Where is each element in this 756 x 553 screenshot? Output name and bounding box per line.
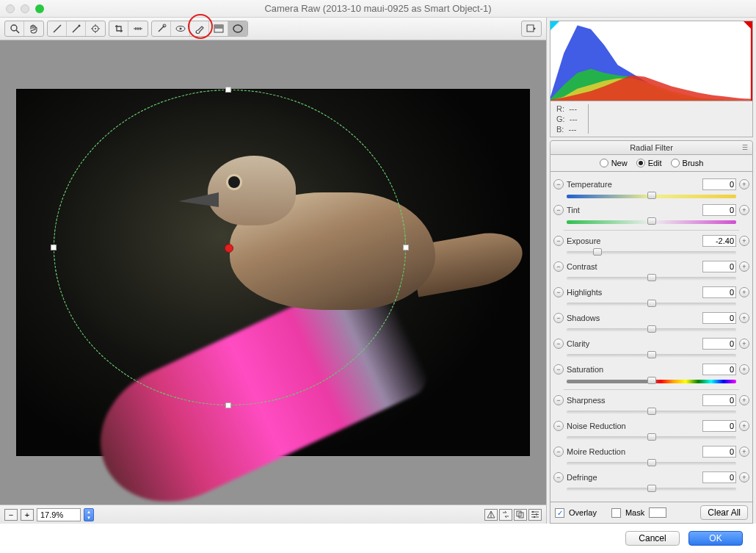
mode-brush[interactable]: Brush [671, 159, 704, 167]
clarity-minus[interactable]: − [553, 339, 564, 349]
mask-checkbox[interactable] [611, 508, 621, 518]
noise-thumb[interactable] [647, 433, 656, 441]
selection-handle-bottom[interactable] [225, 402, 231, 408]
dialog-footer: Cancel OK [0, 524, 756, 553]
clarity-plus[interactable]: + [739, 339, 749, 349]
ok-button[interactable]: OK [688, 531, 743, 546]
highlights-value[interactable] [702, 286, 736, 298]
shadows-thumb[interactable] [647, 325, 656, 333]
highlights-label: Highlights [567, 288, 602, 297]
targeted-adjustment-tool[interactable] [86, 21, 105, 36]
zoom-stepper[interactable]: ▲▼ [84, 508, 94, 521]
exposure-minus[interactable]: − [553, 236, 564, 246]
b-value: --- [569, 125, 577, 134]
saturation-label: Saturation [567, 365, 603, 374]
exposure-value[interactable] [702, 235, 736, 247]
crop-tool[interactable] [109, 21, 128, 36]
clear-all-button[interactable]: Clear All [700, 505, 748, 520]
copy-settings-button[interactable] [514, 509, 527, 521]
temperature-value[interactable] [702, 178, 736, 190]
swap-before-after-button[interactable] [499, 509, 512, 521]
selection-handle-top[interactable] [225, 87, 231, 93]
sharpness-plus[interactable]: + [739, 395, 749, 405]
mode-edit[interactable]: Edit [636, 159, 662, 167]
sharpness-label: Sharpness [567, 396, 606, 405]
panel-menu-icon[interactable]: ☰ [742, 144, 748, 151]
mode-new[interactable]: New [600, 159, 628, 167]
highlight-clipping-warning[interactable] [744, 21, 752, 30]
image-preview-area[interactable] [0, 40, 546, 505]
noise-label: Noise Reduction [567, 422, 626, 430]
white-balance-tool[interactable] [48, 21, 67, 36]
noise-value[interactable] [702, 420, 736, 432]
clarity-label: Clarity [567, 339, 589, 348]
sharpness-minus[interactable]: − [553, 395, 564, 405]
moire-thumb[interactable] [647, 459, 656, 466]
shadows-plus[interactable]: + [739, 313, 749, 323]
exposure-plus[interactable]: + [739, 236, 749, 246]
defringe-plus[interactable]: + [739, 472, 749, 482]
contrast-plus[interactable]: + [739, 261, 749, 272]
svg-point-0 [11, 25, 17, 31]
image-preview[interactable] [16, 89, 530, 456]
shadows-minus[interactable]: − [553, 313, 564, 323]
exposure-thumb[interactable] [593, 248, 602, 256]
temperature-thumb[interactable] [647, 192, 656, 199]
defringe-value[interactable] [702, 471, 736, 483]
tint-minus[interactable]: − [553, 205, 564, 215]
shadow-clipping-warning[interactable] [550, 21, 559, 30]
svg-point-4 [95, 28, 96, 29]
saturation-thumb[interactable] [647, 377, 656, 384]
straighten-tool[interactable] [128, 21, 148, 36]
noise-minus[interactable]: − [553, 421, 564, 431]
color-sampler-tool[interactable] [67, 21, 86, 36]
svg-point-7 [179, 28, 181, 30]
contrast-minus[interactable]: − [553, 261, 564, 272]
histogram[interactable] [550, 21, 753, 101]
defringe-minus[interactable]: − [553, 472, 564, 482]
temperature-plus[interactable]: + [739, 179, 749, 189]
adjustment-brush-tool[interactable] [190, 21, 209, 36]
selection-handle-right[interactable] [403, 245, 409, 250]
mask-color-swatch[interactable] [649, 507, 666, 518]
zoom-level-field[interactable]: 17.9% [37, 508, 81, 521]
defringe-thumb[interactable] [647, 485, 656, 492]
zoom-in-button[interactable]: + [21, 509, 34, 521]
before-after-button[interactable] [484, 509, 498, 521]
clarity-thumb[interactable] [647, 351, 656, 358]
tint-thumb[interactable] [647, 217, 656, 225]
moire-value[interactable] [702, 446, 736, 458]
sharpness-thumb[interactable] [647, 408, 656, 415]
cancel-button[interactable]: Cancel [625, 531, 680, 546]
radial-filter-tool[interactable] [228, 21, 247, 36]
highlights-plus[interactable]: + [739, 287, 749, 297]
saturation-minus[interactable]: − [553, 364, 564, 375]
contrast-value[interactable] [702, 261, 736, 272]
tint-value[interactable] [702, 204, 736, 216]
moire-plus[interactable]: + [739, 447, 749, 457]
highlights-thumb[interactable] [647, 300, 656, 307]
zoom-out-button[interactable]: − [4, 509, 18, 521]
shadows-value[interactable] [702, 312, 736, 324]
overlay-checkbox[interactable]: ✓ [555, 508, 564, 518]
saturation-value[interactable] [702, 364, 736, 375]
sharpness-value[interactable] [702, 394, 736, 406]
selection-handle-left[interactable] [51, 245, 57, 250]
noise-plus[interactable]: + [739, 421, 749, 431]
saturation-plus[interactable]: + [739, 364, 749, 375]
tint-plus[interactable]: + [739, 205, 749, 215]
svg-point-16 [534, 516, 535, 518]
preview-preferences-button[interactable] [528, 509, 542, 521]
clarity-value[interactable] [702, 338, 736, 350]
radial-filter-pin[interactable] [225, 244, 233, 253]
zoom-tool[interactable] [5, 21, 24, 36]
highlights-minus[interactable]: − [553, 287, 564, 297]
red-eye-tool[interactable] [171, 21, 190, 36]
temperature-minus[interactable]: − [553, 179, 564, 189]
hand-tool[interactable] [24, 21, 43, 36]
spot-removal-tool[interactable] [152, 21, 171, 36]
contrast-thumb[interactable] [647, 274, 656, 281]
moire-minus[interactable]: − [553, 447, 564, 457]
graduated-filter-tool[interactable] [209, 21, 228, 36]
preferences-button[interactable] [522, 21, 541, 36]
